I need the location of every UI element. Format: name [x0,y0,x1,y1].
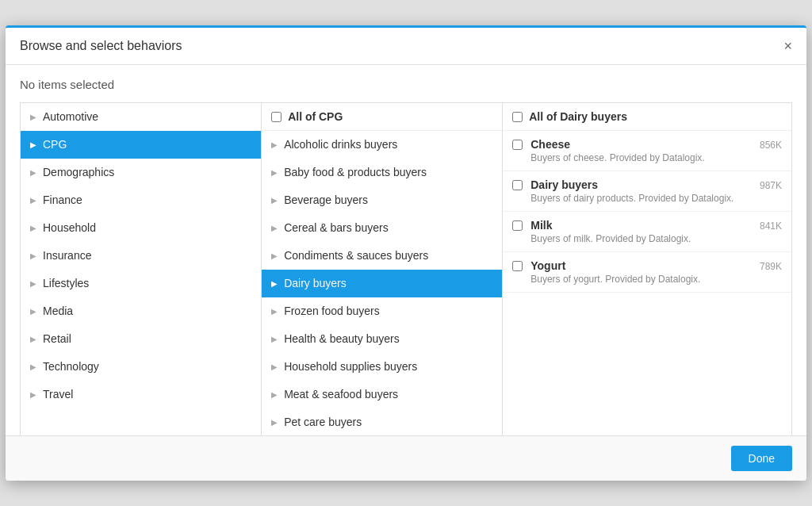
chevron-right-icon: ▶ [271,362,278,371]
dairy-item-count: 841K [760,220,782,232]
sidebar-item-technology[interactable]: ▶Technology [21,353,261,381]
dairy-item-count: 856K [760,140,782,151]
dairy-item-content: Dairy buyers 987K Buyers of dairy produc… [530,178,782,204]
sidebar-item-label: Media [43,305,251,317]
dairy-item-checkbox-milk[interactable] [512,220,523,231]
no-items-label: No items selected [20,78,792,91]
chevron-right-icon: ▶ [30,113,36,121]
dairy-item-count: 987K [760,180,782,191]
col2-header-label: All of CPG [288,110,343,123]
sidebar-item-finance[interactable]: ▶Finance [21,186,261,214]
all-cpg-checkbox[interactable] [271,112,282,122]
dairy-item-count: 789K [760,261,782,272]
cpg-item-label: Frozen food buyers [284,305,492,317]
cpg-item-cereal-bars[interactable]: ▶Cereal & bars buyers [262,214,502,242]
dairy-item-checkbox-dairy-buyers[interactable] [512,180,523,190]
chevron-right-icon: ▶ [271,307,278,316]
cpg-item-household-supplies[interactable]: ▶Household supplies buyers [262,353,502,381]
cpg-item-beverage[interactable]: ▶Beverage buyers [262,186,502,214]
all-dairy-checkbox[interactable] [512,112,523,122]
sidebar-item-insurance[interactable]: ▶Insurance [21,242,261,270]
cpg-item-frozen-food[interactable]: ▶Frozen food buyers [262,297,502,325]
cpg-item-label: Beverage buyers [284,194,492,206]
sidebar-item-label: Demographics [43,166,251,178]
dairy-item-yogurt[interactable]: Yogurt 789K Buyers of yogurt. Provided b… [503,252,791,293]
dairy-item-milk[interactable]: Milk 841K Buyers of milk. Provided by Da… [503,212,791,252]
chevron-right-icon: ▶ [271,335,278,343]
dairy-item-description: Buyers of milk. Provided by Datalogix. [530,233,782,244]
dairy-item-name-row: Milk 841K [530,219,782,232]
dairy-item-description: Buyers of cheese. Provided by Datalogix. [530,152,782,163]
sidebar-item-label: CPG [43,138,251,151]
cpg-item-label: Cereal & bars buyers [284,221,492,234]
dairy-item-content: Milk 841K Buyers of milk. Provided by Da… [530,219,782,244]
sidebar-item-lifestyles[interactable]: ▶Lifestyles [21,270,261,297]
dairy-item-checkbox-cheese[interactable] [512,140,523,150]
sidebar-item-automotive[interactable]: ▶Automotive [21,103,261,131]
dairy-item-title: Cheese [530,138,570,151]
col3-header-label: All of Dairy buyers [529,110,627,123]
cpg-item-meat-seafood[interactable]: ▶Meat & seafood buyers [262,381,502,408]
columns-container: ▶Automotive▶CPG▶Demographics▶Finance▶Hou… [20,102,792,435]
chevron-right-icon: ▶ [271,196,278,205]
chevron-right-icon: ▶ [271,279,278,288]
cpg-item-label: Dairy buyers [284,277,492,289]
done-button[interactable]: Done [731,446,792,471]
sidebar-item-retail[interactable]: ▶Retail [21,325,261,353]
sidebar-item-demographics[interactable]: ▶Demographics [21,159,261,186]
sidebar-item-label: Automotive [43,110,251,123]
subcategory-column: All of CPG▶Alcoholic drinks buyers▶Baby … [262,103,503,435]
cpg-item-label: Health & beauty buyers [284,332,492,345]
col3-header[interactable]: All of Dairy buyers [503,103,791,131]
cpg-item-label: Meat & seafood buyers [284,388,492,401]
cpg-item-baby-food[interactable]: ▶Baby food & products buyers [262,159,502,186]
chevron-right-icon: ▶ [30,196,36,205]
modal-title: Browse and select behaviors [20,39,182,53]
chevron-right-icon: ▶ [30,279,36,288]
dairy-item-dairy-buyers[interactable]: Dairy buyers 987K Buyers of dairy produc… [503,171,791,212]
dairy-item-name-row: Cheese 856K [530,138,782,151]
chevron-right-icon: ▶ [271,168,278,177]
dairy-item-description: Buyers of dairy products. Provided by Da… [530,193,782,204]
dairy-item-cheese[interactable]: Cheese 856K Buyers of cheese. Provided b… [503,131,791,171]
cpg-item-health-beauty[interactable]: ▶Health & beauty buyers [262,325,502,353]
dairy-item-checkbox-yogurt[interactable] [512,261,523,271]
modal-footer: Done [6,435,806,481]
dairy-item-description: Buyers of yogurt. Provided by Datalogix. [530,274,782,285]
chevron-right-icon: ▶ [271,140,278,149]
chevron-right-icon: ▶ [30,224,36,232]
cpg-item-label: Alcoholic drinks buyers [284,138,492,151]
col2-header[interactable]: All of CPG [262,103,502,131]
sidebar-item-cpg[interactable]: ▶CPG [21,131,261,159]
sidebar-item-travel[interactable]: ▶Travel [21,381,261,408]
sidebar-item-label: Lifestyles [43,277,251,289]
chevron-right-icon: ▶ [271,251,278,260]
sidebar-item-label: Technology [43,360,251,373]
cpg-item-condiments[interactable]: ▶Condiments & sauces buyers [262,242,502,270]
dairy-item-title: Milk [530,219,552,232]
chevron-right-icon: ▶ [271,418,278,427]
modal-header: Browse and select behaviors × [6,28,806,65]
sidebar-item-household[interactable]: ▶Household [21,214,261,242]
chevron-right-icon: ▶ [30,362,36,371]
cpg-item-label: Baby food & products buyers [284,166,492,178]
chevron-right-icon: ▶ [271,224,278,232]
sidebar-item-label: Travel [43,388,251,401]
chevron-right-icon: ▶ [30,168,36,177]
dairy-item-title: Dairy buyers [530,178,598,191]
cpg-item-dairy[interactable]: ▶Dairy buyers [262,270,502,297]
dairy-item-name-row: Yogurt 789K [530,259,782,272]
dairy-item-content: Cheese 856K Buyers of cheese. Provided b… [530,138,782,163]
sidebar-item-label: Finance [43,194,251,206]
chevron-right-icon: ▶ [30,251,36,260]
sidebar-item-media[interactable]: ▶Media [21,297,261,325]
chevron-right-icon: ▶ [30,307,36,316]
cpg-item-label: Pet care buyers [284,416,492,428]
cpg-item-pet-care[interactable]: ▶Pet care buyers [262,408,502,435]
dairy-item-name-row: Dairy buyers 987K [530,178,782,191]
cpg-item-label: Household supplies buyers [284,360,492,373]
chevron-right-icon: ▶ [30,390,36,399]
close-button[interactable]: × [783,39,792,53]
cpg-item-alcoholic-drinks[interactable]: ▶Alcoholic drinks buyers [262,131,502,159]
chevron-right-icon: ▶ [271,390,278,399]
